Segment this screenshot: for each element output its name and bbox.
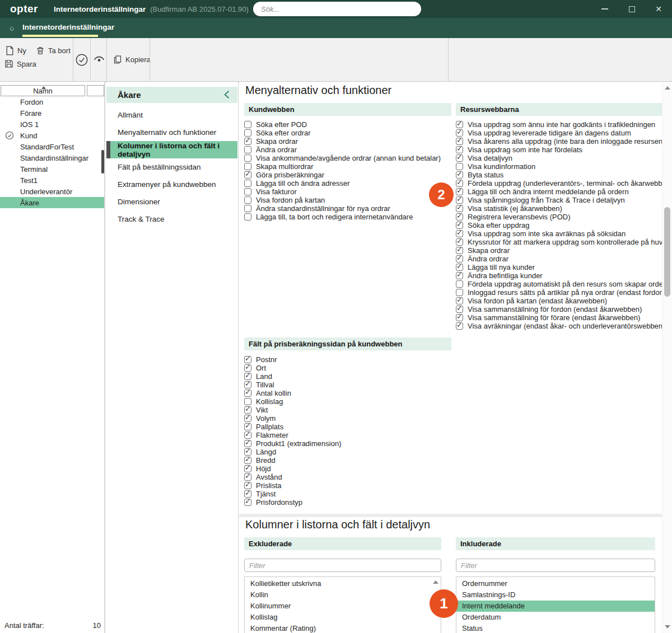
checkbox-row[interactable]: Visa kundinformation [456,162,662,171]
checkbox-row[interactable]: Produkt1 (extradimension) [244,439,451,448]
excluded-list-item[interactable]: Kollinummer [245,601,441,612]
copy-button[interactable]: Kopiera [113,55,151,64]
checkbox-row[interactable]: Visa sammanställning för förare (endast … [456,313,662,322]
checkbox-icon[interactable] [244,364,251,372]
scroll-down-icon[interactable] [665,625,670,629]
search-input[interactable] [253,2,421,16]
nav-menu-item[interactable]: Menyalternativ och funktioner [106,124,237,141]
checkbox-row[interactable]: Fördela uppdrag (underleverantörs-, term… [456,179,662,187]
checkbox-row[interactable]: Byta status [456,171,662,179]
tab-internetorderinstallningar[interactable]: Internetorderinställningar [22,23,114,31]
home-button[interactable] [6,22,18,35]
checkbox-icon[interactable] [456,272,463,279]
checkbox-row[interactable]: Kryssrutor för att markera uppdrag som k… [456,238,662,246]
checkbox-icon[interactable] [244,415,251,422]
checkbox-row[interactable]: Visa avräkningar (endast åkar- och under… [456,322,662,330]
checkbox-icon[interactable] [244,381,251,388]
checkbox-row[interactable]: Antal kollin [244,389,451,397]
checkbox-row[interactable]: Visa fordon på kartan [244,196,451,204]
checkbox-icon[interactable] [456,196,463,204]
checkbox-icon[interactable] [244,398,251,405]
checkbox-row[interactable]: Ändra befintliga kunder [456,271,662,280]
excluded-list-item[interactable]: Kommentar (Rating) [245,623,441,633]
included-list-item[interactable]: Orderdatum [456,612,655,623]
checkbox-row[interactable]: Skapa multiordrar [244,162,451,171]
list-item[interactable]: Underleverantör [0,186,104,197]
checkbox-icon[interactable] [244,440,251,447]
nav-menu-item[interactable]: Fält på beställningssidan [106,158,237,176]
checkbox-icon[interactable] [244,373,251,380]
checkbox-row[interactable]: Visa åkarens alla uppdrag (inte bara den… [456,137,662,146]
scrollbar-thumb[interactable] [664,207,670,297]
checkbox-icon[interactable] [244,213,251,221]
checkbox-icon[interactable] [456,264,463,271]
checkbox-icon[interactable] [244,180,251,187]
checkbox-icon[interactable] [456,314,463,321]
left-panel-scrollbar-thumb[interactable] [101,150,104,174]
checkbox-icon[interactable] [244,473,251,481]
checkbox-icon[interactable] [244,138,251,145]
checkbox-icon[interactable] [456,163,463,170]
checkbox-row[interactable]: Inloggad resurs sätts på artiklar på nya… [456,288,662,297]
included-filter-input[interactable] [456,559,655,572]
scroll-up-icon[interactable] [665,86,670,90]
checkbox-row[interactable]: Lägga till och ändra internt meddelande … [456,187,662,196]
checkbox-row[interactable]: Söka efter ordrar [244,129,451,137]
checkbox-row[interactable]: Visa detaljvyn [456,154,662,162]
checkbox-row[interactable]: Pallplats [244,423,451,431]
checkbox-row[interactable]: Tjänst [244,490,451,498]
checkbox-row[interactable]: Höjd [244,465,451,473]
delete-button[interactable]: Ta bort [36,46,71,55]
nav-menu-item[interactable]: Kolumner i listorna och fält i detaljvyn [106,141,237,158]
checkbox-icon[interactable] [244,146,251,153]
checkbox-icon[interactable] [244,423,251,430]
checkbox-row[interactable]: Avstånd [244,473,451,481]
list-item[interactable]: Fordon [0,96,104,107]
included-list-item[interactable]: Samlastnings-ID [456,589,655,601]
checkbox-row[interactable]: Visa fordon på kartan (endast åkarwebben… [456,297,662,305]
list-item[interactable]: Standardinställningar [0,152,104,163]
checkbox-icon[interactable] [456,188,463,195]
checkbox-icon[interactable] [456,138,463,145]
nav-menu-item[interactable]: Track & Trace [106,210,237,228]
checkbox-icon[interactable] [456,205,463,212]
checkbox-row[interactable]: Visa uppdrag levererade tidigare än dage… [456,129,662,137]
save-button[interactable]: Spara [4,59,36,68]
column-header-namn[interactable]: Namn [1,85,85,96]
checkbox-icon[interactable] [456,322,463,330]
checkbox-row[interactable]: Göra prisberäkningar [244,171,451,179]
checkbox-icon[interactable] [456,230,463,237]
checkbox-row[interactable]: Tillval [244,381,451,389]
checkbox-row[interactable]: Visa statistik (ej åkarwebben) [456,204,662,213]
list-item[interactable]: StandardForTest [0,141,104,152]
checkbox-row[interactable]: Söka efter uppdrag [456,221,662,229]
list-item[interactable]: IOS 1 [0,119,104,130]
checkbox-icon[interactable] [244,171,251,179]
checkbox-icon[interactable] [456,222,463,229]
checkbox-icon[interactable] [456,146,463,153]
excluded-list-item[interactable]: Kollislag [245,612,441,623]
checkbox-row[interactable]: Prisfordonstyp [244,498,451,507]
list-scroll-up-icon[interactable] [433,580,438,584]
column-header-empty[interactable] [87,85,104,96]
checkbox-row[interactable]: Flakmeter [244,431,451,439]
checkbox-row[interactable]: Längd [244,448,451,456]
checkbox-icon[interactable] [244,482,251,489]
checkbox-icon[interactable] [456,255,463,262]
checkbox-row[interactable]: Postnr [244,355,451,364]
checkbox-icon[interactable] [244,196,251,204]
checkbox-row[interactable]: Volym [244,414,451,423]
checkbox-row[interactable]: Vikt [244,406,451,414]
checkbox-icon[interactable] [244,448,251,456]
nav-menu-item[interactable]: Extramenyer på kundwebben [106,176,237,193]
included-list-item[interactable]: Internt meddelande [456,601,655,612]
checkbox-row[interactable]: Visa spårningslogg från Track & Trace i … [456,196,662,204]
checkbox-icon[interactable] [244,490,251,498]
checkbox-icon[interactable] [244,465,251,472]
checkbox-icon[interactable] [456,171,463,179]
checkbox-row[interactable]: Ändra standardinställningar för nya ordr… [244,204,451,213]
approve-button[interactable] [74,53,89,67]
list-item[interactable]: Terminal [0,163,104,175]
included-list-item[interactable]: Ordernummer [456,578,655,589]
checkbox-icon[interactable] [456,280,463,288]
